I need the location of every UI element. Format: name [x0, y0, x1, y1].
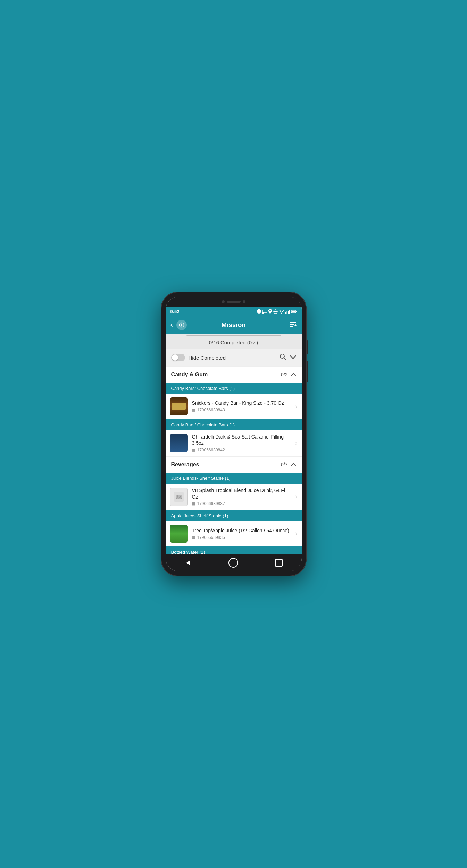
- progress-section: 0/16 Completed (0%): [166, 336, 302, 349]
- back-button[interactable]: ‹: [170, 320, 173, 329]
- svg-marker-25: [186, 560, 190, 565]
- list-item[interactable]: V8 Splash Tropical Blend Juice Drink, 64…: [166, 484, 302, 510]
- image-placeholder-icon: [174, 492, 184, 502]
- chevron-right-icon: ›: [295, 530, 298, 537]
- category-count: 0/2: [281, 372, 296, 377]
- collapse-icon: [291, 373, 296, 376]
- chevron-right-icon: ›: [295, 440, 298, 447]
- barcode-icon: ▦: [192, 408, 195, 412]
- hide-completed-toggle[interactable]: [171, 354, 185, 361]
- search-button[interactable]: [280, 353, 286, 362]
- status-icons: [257, 309, 297, 314]
- subcategory-header-juice-blends: Juice Blends- Shelf Stable (1): [166, 473, 302, 484]
- page-title: Mission: [221, 321, 246, 329]
- category-name: Beverages: [171, 461, 199, 468]
- svg-rect-1: [258, 309, 260, 310]
- product-info: V8 Splash Tropical Blend Juice Drink, 64…: [192, 487, 291, 506]
- back-triangle-icon: [185, 560, 191, 566]
- phone-screen: 9:52: [166, 297, 302, 571]
- bottom-nav: [166, 554, 302, 571]
- product-image-tree-top: [170, 525, 188, 543]
- category-header-beverages[interactable]: Beverages 0/7: [166, 456, 302, 473]
- power-button: [307, 361, 308, 382]
- chevron-right-icon: ›: [295, 493, 298, 500]
- svg-rect-3: [262, 310, 267, 312]
- filter-bar: Hide Completed: [166, 349, 302, 366]
- product-image-ghirardelli: [170, 434, 188, 452]
- location-icon: [268, 309, 272, 314]
- category-name: Candy & Gum: [171, 372, 208, 378]
- notification-icon: [257, 309, 261, 314]
- product-image-v8: [170, 488, 188, 506]
- notch-center: [222, 300, 245, 303]
- list-item[interactable]: Ghirardelli Dark & Sea Salt Caramel Fill…: [166, 430, 302, 456]
- chevron-right-icon: ›: [295, 403, 298, 410]
- signal-icon: [285, 310, 290, 314]
- system-back-button[interactable]: [181, 556, 195, 570]
- cast-icon: [262, 310, 267, 314]
- phone-device: 9:52: [161, 292, 307, 576]
- barcode-icon: ▦: [192, 535, 195, 540]
- barcode-icon: ▦: [192, 501, 195, 506]
- recents-square-icon: [275, 559, 283, 567]
- front-sensor: [243, 300, 245, 303]
- list-item[interactable]: Snickers - Candy Bar - King Size - 3.70 …: [166, 394, 302, 419]
- product-name: Snickers - Candy Bar - King Size - 3.70 …: [192, 400, 291, 406]
- content-area[interactable]: Candy & Gum 0/2 Candy Bars/ Chocolate Ba…: [166, 366, 302, 554]
- product-name: V8 Splash Tropical Blend Juice Drink, 64…: [192, 487, 291, 500]
- subcategory-header-candy-bars-1: Candy Bars/ Chocolate Bars (1): [166, 383, 302, 394]
- svg-rect-7: [285, 312, 286, 314]
- collapse-icon: [291, 463, 296, 466]
- navigate-icon-button[interactable]: [176, 320, 187, 330]
- svg-rect-10: [289, 310, 290, 314]
- category-header-candy-gum[interactable]: Candy & Gum 0/2: [166, 366, 302, 383]
- front-camera: [222, 300, 225, 303]
- wifi-icon: [279, 310, 284, 314]
- expand-collapse-button[interactable]: [290, 354, 296, 361]
- list-item[interactable]: Tree Top/Apple Juice (1/2 Gallon / 64 Ou…: [166, 521, 302, 546]
- subcategory-label: Bottled Water (1): [171, 550, 205, 554]
- hide-completed-toggle-group: Hide Completed: [171, 354, 226, 361]
- chevron-down-icon: [290, 355, 296, 359]
- category-count-text: 0/7: [281, 462, 287, 467]
- barcode-row: ▦ 179066639837: [192, 501, 291, 506]
- snickers-visual: [170, 397, 188, 415]
- product-name: Tree Top/Apple Juice (1/2 Gallon / 64 Ou…: [192, 527, 291, 534]
- status-time: 9:52: [170, 309, 180, 314]
- subcategory-label: Apple Juice- Shelf Stable (1): [171, 513, 228, 518]
- category-count: 0/7: [281, 462, 296, 467]
- category-count-text: 0/2: [281, 372, 287, 377]
- system-home-button[interactable]: [226, 556, 240, 570]
- notch-bar: [166, 297, 302, 307]
- sort-button[interactable]: [289, 321, 297, 329]
- search-icon: [280, 353, 286, 360]
- barcode-row: ▦ 179066639842: [192, 448, 291, 452]
- system-recents-button[interactable]: [272, 556, 286, 570]
- subcategory-label: Juice Blends- Shelf Stable (1): [171, 476, 231, 481]
- svg-rect-0: [257, 310, 261, 313]
- blocked-icon: [273, 309, 278, 314]
- subcategory-header-candy-bars-2: Candy Bars/ Chocolate Bars (1): [166, 419, 302, 430]
- barcode-number: 179066639837: [197, 501, 225, 506]
- svg-rect-4: [262, 312, 264, 314]
- svg-line-21: [284, 358, 286, 360]
- product-name: Ghirardelli Dark & Sea Salt Caramel Fill…: [192, 434, 291, 446]
- volume-button: [307, 340, 308, 354]
- barcode-row: ▦ 179066639843: [192, 408, 291, 412]
- barcode-number: 179066639843: [197, 408, 225, 412]
- scroll-bar: [186, 335, 281, 336]
- svg-rect-9: [288, 311, 289, 314]
- product-info: Tree Top/Apple Juice (1/2 Gallon / 64 Ou…: [192, 527, 291, 540]
- home-circle-icon: [228, 558, 238, 568]
- tree-top-visual: [170, 525, 188, 543]
- toggle-knob: [172, 354, 178, 361]
- ghirardelli-visual: [170, 434, 188, 452]
- product-info: Ghirardelli Dark & Sea Salt Caramel Fill…: [192, 434, 291, 452]
- svg-rect-12: [296, 311, 297, 312]
- category-candy-gum: Candy & Gum 0/2 Candy Bars/ Chocolate Ba…: [166, 366, 302, 456]
- barcode-number: 179066639842: [197, 448, 225, 452]
- subcategory-label: Candy Bars/ Chocolate Bars (1): [171, 386, 235, 391]
- sort-icon: [289, 321, 297, 327]
- progress-text: 0/16 Completed (0%): [209, 340, 258, 345]
- product-image-snickers: [170, 397, 188, 415]
